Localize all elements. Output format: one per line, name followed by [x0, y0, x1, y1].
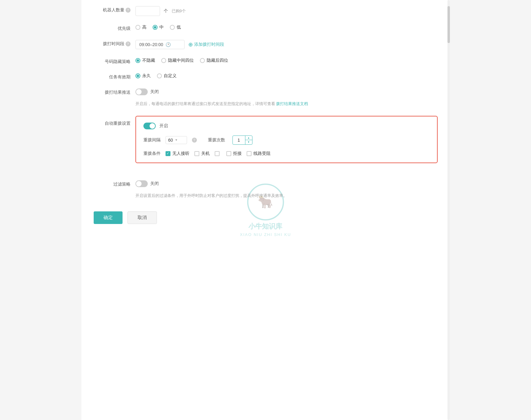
- count-spinner[interactable]: 1 ▲ ▼ 1 2: [232, 135, 252, 145]
- interval-label: 重拨间隔: [143, 137, 162, 143]
- add-icon: ⊕: [188, 41, 193, 48]
- hide-middle4-radio[interactable]: [161, 58, 166, 63]
- priority-low[interactable]: 低: [170, 25, 181, 30]
- filter-row: 过滤策略 关闭 开启设置后的过滤条件，用于外呼时防止对客户的过度打扰，提高外呼接…: [94, 180, 438, 199]
- hide-middle4-label: 隐藏中间四位: [168, 58, 194, 63]
- reject-checkbox[interactable]: [226, 151, 231, 156]
- interval-select[interactable]: 60 ▼: [166, 136, 187, 144]
- robot-count-help-icon[interactable]: ?: [126, 8, 131, 13]
- spinner-arrows[interactable]: ▲ ▼: [245, 136, 252, 144]
- filter-help: 开启设置后的过滤条件，用于外呼时防止对客户的过度打扰，提高外呼接通率及效率。: [135, 193, 287, 199]
- redial-toggle-label: 开启: [159, 123, 168, 129]
- priority-high-label: 高: [142, 25, 146, 30]
- add-time-link[interactable]: ⊕ 添加拨打时间段: [188, 41, 224, 48]
- condition-busy[interactable]: [215, 151, 221, 156]
- priority-content: 高 中 低: [135, 25, 438, 30]
- redial-condition-row: 重拨条件 无人接听 关机: [143, 151, 430, 156]
- spinner-up-button[interactable]: ▲: [245, 136, 252, 140]
- hide-middle4[interactable]: 隐藏中间四位: [161, 58, 194, 63]
- priority-medium[interactable]: 中: [153, 25, 164, 30]
- scrollbar-thumb[interactable]: [447, 6, 450, 43]
- push-result-toggle-label: 关闭: [150, 89, 159, 95]
- number-hide-radio-group: 不隐藏 隐藏中间四位 隐藏后四位: [135, 58, 228, 63]
- line-blocked-label: 线路受阻: [253, 151, 271, 156]
- no-answer-label: 无人接听: [172, 151, 189, 156]
- interval-help-icon[interactable]: ?: [192, 138, 197, 143]
- redial-toggle[interactable]: [143, 123, 156, 129]
- cancel-button[interactable]: 取消: [127, 211, 157, 224]
- bottom-buttons: 确定 取消: [94, 211, 438, 224]
- count-label: 重拨次数: [208, 137, 226, 143]
- priority-high-radio[interactable]: [135, 25, 140, 30]
- watermark-sub-text: XIAO NIU ZHI SHI KU: [240, 232, 291, 237]
- confirm-button[interactable]: 确定: [94, 211, 123, 224]
- number-hide-row: 号码隐藏策略 不隐藏 隐藏中间四位 隐藏后四位: [94, 58, 438, 65]
- validity-custom[interactable]: 自定义: [157, 73, 177, 79]
- dial-time-row: 拨打时间段 ? 09:00–20:00 🕐 ⊕ 添加拨打时间段: [94, 40, 438, 49]
- hide-last4-radio[interactable]: [200, 58, 205, 63]
- redial-interval-row: 重拨间隔 60 ▼ ? 重拨次数 1 ▲ ▼ 1 2: [143, 135, 430, 145]
- condition-no-answer[interactable]: 无人接听: [166, 151, 189, 156]
- push-result-help-link[interactable]: 拨打结果推送文档: [276, 101, 308, 106]
- priority-low-radio[interactable]: [170, 25, 175, 30]
- hide-last4-label: 隐藏后四位: [207, 58, 228, 63]
- reject-label: 拒接: [233, 151, 242, 156]
- line-blocked-checkbox[interactable]: [247, 151, 252, 156]
- task-validity-label: 任务有效期: [94, 73, 131, 80]
- interval-arrow-icon: ▼: [175, 138, 178, 142]
- condition-label: 重拨条件: [143, 151, 162, 156]
- robot-count-input[interactable]: [135, 6, 160, 16]
- condition-reject[interactable]: 拒接: [226, 151, 242, 156]
- filter-label: 过滤策略: [94, 180, 131, 187]
- dial-time-label: 拨打时间段 ?: [94, 40, 131, 47]
- shutdown-label: 关机: [201, 151, 210, 156]
- auto-redial-row: 自动重拨设置 开启 重拨间隔 60 ▼ ? 重拨次数 1 ▲: [94, 116, 438, 172]
- dial-time-content: 09:00–20:00 🕐 ⊕ 添加拨打时间段: [135, 40, 438, 49]
- priority-radio-group: 高 中 低: [135, 25, 181, 30]
- dial-time-input[interactable]: 09:00–20:00 🕐: [135, 40, 185, 49]
- priority-row: 优先级 高 中 低: [94, 25, 438, 31]
- robot-count-row: 机器人数量 ? 个 已购9个: [94, 6, 438, 16]
- task-validity-content: 永久 自定义: [135, 73, 438, 79]
- validity-forever[interactable]: 永久: [135, 73, 151, 79]
- hide-none-radio[interactable]: [135, 58, 140, 63]
- task-validity-row: 任务有效期 永久 自定义: [94, 73, 438, 80]
- shutdown-checkbox[interactable]: [194, 151, 199, 156]
- priority-label: 优先级: [94, 25, 131, 31]
- hide-last4[interactable]: 隐藏后四位: [200, 58, 228, 63]
- no-answer-checkbox[interactable]: [166, 151, 170, 156]
- scrollbar[interactable]: [447, 0, 450, 420]
- clock-icon: 🕐: [166, 42, 171, 47]
- filter-content: 关闭 开启设置后的过滤条件，用于外呼时防止对客户的过度打扰，提高外呼接通率及效率…: [135, 180, 438, 199]
- robot-unit: 个: [164, 8, 168, 14]
- condition-shutdown[interactable]: 关机: [194, 151, 210, 156]
- push-result-toggle[interactable]: [135, 88, 148, 95]
- auto-redial-label: 自动重拨设置: [94, 116, 131, 126]
- busy-checkbox[interactable]: [215, 151, 220, 156]
- filter-toggle-row: 关闭: [135, 180, 159, 187]
- validity-forever-label: 永久: [142, 73, 151, 79]
- hide-none[interactable]: 不隐藏: [135, 58, 155, 63]
- number-hide-label: 号码隐藏策略: [94, 58, 131, 65]
- push-result-row: 拨打结果推送 关闭 开启后，每通电话的拨打结果将通过接口形式发送至您指定的地址，…: [94, 88, 438, 107]
- validity-custom-label: 自定义: [164, 73, 177, 79]
- redial-toggle-row: 开启: [143, 123, 430, 129]
- priority-medium-label: 中: [159, 25, 164, 30]
- spinner-down-button[interactable]: ▼: [245, 140, 252, 144]
- priority-low-label: 低: [177, 25, 181, 30]
- condition-line-blocked[interactable]: 线路受阻: [247, 151, 271, 156]
- validity-forever-radio[interactable]: [135, 73, 140, 78]
- push-result-toggle-row: 关闭: [135, 88, 159, 95]
- push-result-content: 关闭 开启后，每通电话的拨打结果将通过接口形式发送至您指定的地址，详情可查看 拨…: [135, 88, 438, 107]
- dial-time-help-icon[interactable]: ?: [126, 41, 131, 46]
- hide-none-label: 不隐藏: [142, 58, 155, 63]
- priority-high[interactable]: 高: [135, 25, 146, 30]
- priority-medium-radio[interactable]: [153, 25, 158, 30]
- validity-custom-radio[interactable]: [157, 73, 162, 78]
- task-validity-radio-group: 永久 自定义: [135, 73, 177, 79]
- number-hide-content: 不隐藏 隐藏中间四位 隐藏后四位: [135, 58, 438, 63]
- count-value: 1: [233, 136, 245, 144]
- robot-count-label: 机器人数量 ?: [94, 6, 131, 13]
- add-time-label: 添加拨打时间段: [194, 42, 224, 47]
- filter-toggle[interactable]: [135, 180, 148, 187]
